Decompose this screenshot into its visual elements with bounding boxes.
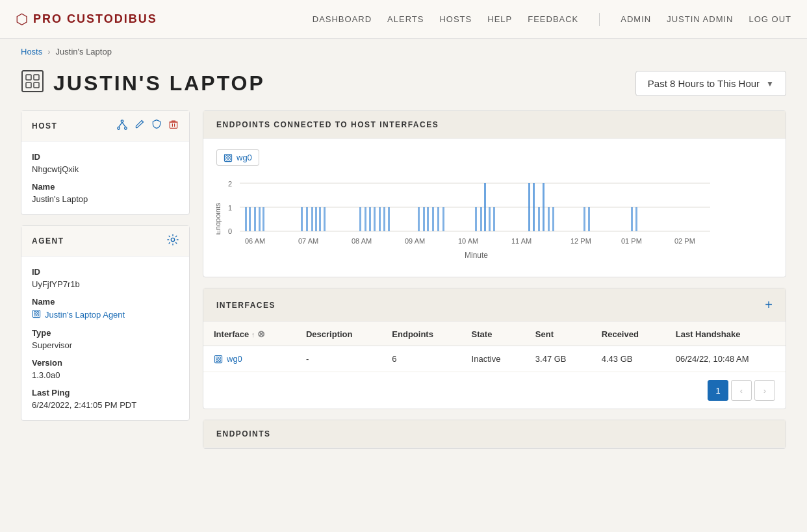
nav-alerts[interactable]: ALERTS	[387, 14, 424, 24]
nav-links: DASHBOARD ALERTS HOSTS HELP FEEDBACK ADM…	[313, 13, 791, 26]
host-panel-title: HOST	[32, 121, 57, 131]
svg-text:1: 1	[228, 204, 232, 212]
svg-line-8	[119, 122, 122, 127]
next-page-button[interactable]: ›	[754, 380, 775, 401]
nav-feedback[interactable]: FEEDBACK	[528, 14, 578, 24]
svg-rect-18	[226, 155, 228, 157]
col-interface: Interface ↑ ⊗	[203, 322, 296, 346]
svg-rect-39	[324, 207, 326, 231]
chevron-down-icon: ▼	[766, 79, 774, 88]
nav-help[interactable]: HELP	[487, 14, 512, 24]
time-range-dropdown[interactable]: Past 8 Hours to This Hour ▼	[635, 71, 786, 96]
svg-rect-61	[543, 183, 544, 231]
interface-link[interactable]: wg0	[214, 354, 285, 364]
svg-rect-78	[214, 355, 222, 362]
host-name-value: Justin's Laptop	[32, 194, 179, 204]
cell-received: 4.43 GB	[591, 346, 665, 372]
svg-rect-33	[263, 207, 264, 231]
svg-rect-64	[583, 207, 585, 231]
agent-type-value: Supervisor	[32, 340, 179, 350]
col-received: Received	[591, 322, 665, 346]
svg-rect-19	[229, 155, 231, 157]
svg-rect-31	[254, 207, 256, 231]
svg-rect-16	[37, 314, 39, 316]
svg-text:01 PM: 01 PM	[621, 237, 642, 245]
sort-interface-icon[interactable]: ↑	[251, 331, 255, 338]
breadcrumb: Hosts › Justin's Laptop	[0, 39, 807, 64]
nav-hosts[interactable]: HOSTS	[439, 14, 472, 24]
svg-rect-51	[437, 207, 439, 231]
svg-rect-50	[432, 207, 434, 231]
agent-panel-title: AGENT	[32, 236, 64, 246]
svg-rect-37	[315, 207, 317, 231]
svg-text:07 AM: 07 AM	[298, 237, 318, 245]
nav-dashboard[interactable]: DASHBOARD	[313, 14, 372, 24]
svg-rect-13	[34, 312, 36, 314]
logo: ⬡ PRO CUSTODIBUS	[16, 11, 157, 28]
prev-page-button[interactable]: ‹	[731, 380, 752, 401]
svg-rect-3	[26, 82, 31, 88]
cell-last-handshake: 06/24/22, 10:48 AM	[665, 346, 786, 372]
svg-rect-0	[22, 71, 43, 92]
gear-icon[interactable]	[167, 234, 179, 248]
agent-lastping-value: 6/24/2022, 2:41:05 PM PDT	[32, 400, 179, 410]
cell-sent: 3.47 GB	[525, 346, 591, 372]
svg-text:06 AM: 06 AM	[245, 237, 265, 245]
delete-icon[interactable]	[168, 119, 179, 133]
col-description: Description	[296, 322, 381, 346]
svg-text:12 PM: 12 PM	[570, 237, 591, 245]
edit-icon[interactable]	[134, 119, 145, 133]
svg-point-11	[171, 238, 174, 241]
interfaces-table-container: Interface ↑ ⊗ Description Endpoints Stat…	[203, 322, 786, 409]
svg-rect-57	[493, 207, 495, 231]
agent-name-link[interactable]: Justin's Laptop Agent	[32, 309, 179, 320]
shield-icon[interactable]	[151, 119, 162, 133]
breadcrumb-current: Justin's Laptop	[56, 47, 112, 57]
host-id-value: NhgcwtjQxik	[32, 164, 179, 174]
chart-tab-label: wg0	[237, 153, 252, 162]
cell-description: -	[296, 346, 381, 372]
svg-rect-52	[442, 207, 444, 231]
nav-justin-admin[interactable]: JUSTIN ADMIN	[667, 14, 733, 24]
cancel-filter-icon[interactable]: ⊗	[257, 329, 265, 339]
svg-rect-56	[489, 207, 491, 231]
svg-rect-4	[34, 82, 39, 88]
left-panel: HOST ID Nhgc	[21, 110, 190, 449]
svg-text:Endpoints: Endpoints	[216, 203, 222, 234]
nav-divider	[599, 13, 600, 26]
interfaces-header: INTERFACES +	[203, 288, 786, 322]
chart-tab-wg0[interactable]: wg0	[216, 149, 259, 166]
svg-rect-46	[388, 207, 390, 231]
branch-icon[interactable]	[116, 119, 128, 133]
cell-state: Inactive	[461, 346, 525, 372]
svg-rect-81	[216, 359, 218, 361]
breadcrumb-hosts-link[interactable]: Hosts	[21, 47, 42, 57]
svg-text:08 AM: 08 AM	[352, 237, 372, 245]
svg-line-9	[122, 122, 125, 127]
svg-rect-67	[635, 207, 637, 231]
svg-rect-40	[359, 207, 361, 231]
host-card: HOST ID Nhgc	[21, 110, 190, 215]
svg-rect-38	[319, 207, 321, 231]
col-interface-label: Interface	[214, 329, 249, 339]
agent-card: AGENT ID UyFjfYP7r1b Name Justin's Lapto…	[21, 225, 190, 421]
svg-rect-41	[365, 207, 366, 231]
page-1-button[interactable]: 1	[708, 380, 728, 401]
svg-rect-48	[423, 207, 425, 231]
svg-point-7	[125, 127, 127, 130]
svg-rect-10	[170, 122, 177, 129]
svg-rect-29	[245, 207, 247, 231]
svg-rect-59	[533, 183, 535, 231]
svg-rect-54	[480, 207, 482, 231]
time-range-label: Past 8 Hours to This Hour	[648, 78, 760, 89]
chart-svg-area: 2 1 0 Endpoints	[216, 173, 773, 266]
add-interface-button[interactable]: +	[765, 298, 773, 312]
nav-logout[interactable]: LOG OUT	[749, 14, 791, 24]
chart-container: wg0 2 1 0 Endpoints	[203, 139, 786, 277]
svg-text:09 AM: 09 AM	[405, 237, 425, 245]
svg-rect-15	[34, 314, 36, 316]
svg-rect-80	[219, 357, 221, 359]
nav-admin[interactable]: ADMIN	[621, 14, 651, 24]
agent-name-icon	[32, 309, 41, 320]
svg-text:02 PM: 02 PM	[674, 237, 695, 245]
